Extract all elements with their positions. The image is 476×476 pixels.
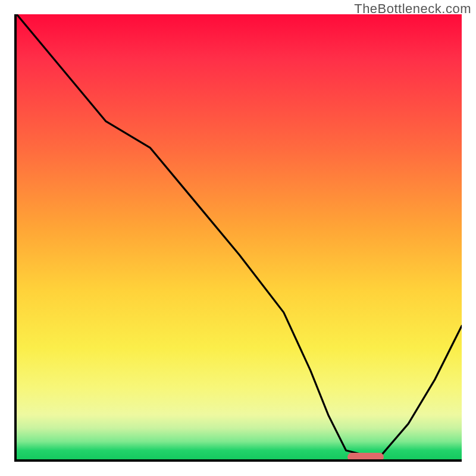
bottleneck-curve: [17, 14, 462, 459]
optimum-marker: [347, 453, 383, 461]
plot-area: [14, 14, 462, 462]
curve-path: [17, 14, 462, 455]
chart-container: TheBottleneck.com: [0, 0, 476, 476]
